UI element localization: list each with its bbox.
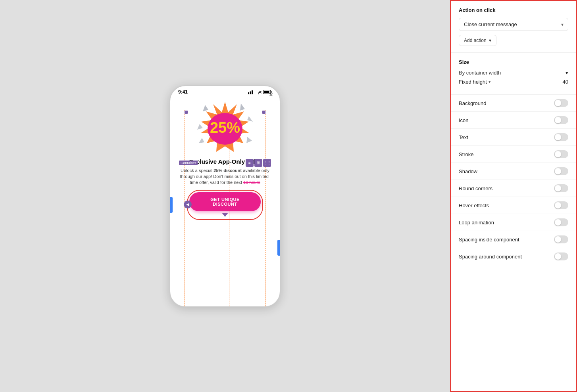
action-dropdown-wrapper[interactable]: Close current message [459,18,568,31]
svg-marker-10 [203,105,208,111]
toggle-5[interactable] [554,184,568,192]
signal-icon [248,90,254,94]
align-icon[interactable]: ≡ [246,159,254,167]
svg-marker-11 [240,103,245,111]
fixed-height-label: Fixed height [459,79,487,85]
svg-marker-13 [197,124,203,130]
fixed-height-value: 40 [556,79,568,85]
prev-button[interactable]: ◀ [184,201,192,208]
starburst-svg: 25% [193,100,257,156]
svg-rect-2 [252,90,253,94]
toolbar-icons: ≡ ⊞ ⋮⋮ [246,159,271,167]
svg-rect-0 [248,92,249,94]
phone-offer-body: Unlock a special 25% discount available … [177,168,273,186]
by-container-width-label: By container width [459,70,501,76]
toggle-8[interactable] [554,235,568,243]
toggle-label-7: Loop animation [459,220,494,226]
next-arrow [222,213,228,217]
right-panel: Action on click Close current message Ad… [450,0,577,392]
toggle-rows-container: BackgroundIconTextStrokeShadowRound corn… [451,95,576,265]
toggle-row-loop-animation: Loop animation [451,214,576,231]
toggle-row-stroke: Stroke [451,146,576,163]
toggle-row-background: Background [451,95,576,112]
phone-mockup: 9:41 [169,85,281,307]
cta-button[interactable]: GET UNIQUE DISCOUNT [189,192,261,211]
action-dropdown[interactable]: Close current message [459,18,568,31]
size-title: Size [459,59,568,65]
fixed-height-chevron-icon: ▾ [489,79,491,84]
action-on-click-section: Action on click Close current message Ad… [451,1,576,53]
add-action-label: Add action [464,38,487,43]
center-icon[interactable]: ⊞ [254,159,262,167]
toggle-row-text: Text [451,129,576,146]
wifi-icon [256,90,262,94]
svg-text:25%: 25% [210,119,240,136]
phone-hours-strikethrough: 10 hours [243,180,260,185]
phone-time: 9:41 [178,89,188,95]
toggle-label-3: Stroke [459,151,474,157]
toggle-label-8: Spacing inside component [459,237,519,243]
toggle-4[interactable] [554,167,568,175]
toggle-label-2: Text [459,134,468,140]
svg-marker-14 [199,138,204,143]
toggle-6[interactable] [554,201,568,209]
by-container-width-row: By container width ▾ [459,70,568,76]
toggle-label-5: Round corners [459,185,492,191]
toggle-label-9: Spacing around component [459,254,522,260]
toggle-label-4: Shadow [459,168,477,174]
add-action-chevron: ▾ [489,38,491,43]
svg-marker-15 [246,137,252,143]
toggle-1[interactable] [554,116,568,124]
banner-image: 25% [193,100,257,156]
svg-point-3 [258,93,259,94]
toggle-row-icon: Icon [451,112,576,129]
cta-area: ◀ GET UNIQUE DISCOUNT [177,192,273,217]
toggle-row-round-corners: Round corners [451,180,576,197]
action-on-click-title: Action on click [459,7,568,13]
toggle-label-1: Icon [459,117,469,123]
phone-content: Container ≡ ⊞ ⋮⋮ 25% [170,96,280,306]
toggle-row-shadow: Shadow [451,163,576,180]
toggle-row-spacing-around-component: Spacing around component [451,248,576,265]
chevron-down-icon: ▾ [565,70,568,76]
svg-marker-12 [247,116,253,122]
fixed-height-row: Fixed height ▾ 40 [459,79,568,85]
svg-rect-1 [250,91,251,94]
toggle-label-0: Background [459,100,486,106]
toggle-row-hover-effects: Hover effects [451,197,576,214]
toggle-9[interactable] [554,252,568,260]
toggle-2[interactable] [554,133,568,141]
size-section: Size By container width ▾ Fixed height ▾… [451,53,576,95]
by-container-width-dropdown[interactable]: ▾ [565,70,568,76]
fixed-height-dropdown[interactable]: Fixed height ▾ [459,79,491,85]
status-icons [248,90,272,94]
toggle-3[interactable] [554,150,568,158]
canvas-area: 9:41 [0,0,450,392]
container-label: Container [179,161,198,165]
toggle-0[interactable] [554,99,568,107]
toggle-7[interactable] [554,218,568,226]
phone-status-bar: 9:41 [170,86,280,96]
grid-icon[interactable]: ⋮⋮ [263,159,271,167]
toggle-row-spacing-inside-component: Spacing inside component [451,231,576,248]
add-action-button[interactable]: Add action ▾ [459,35,496,46]
toggle-label-6: Hover effects [459,203,489,208]
